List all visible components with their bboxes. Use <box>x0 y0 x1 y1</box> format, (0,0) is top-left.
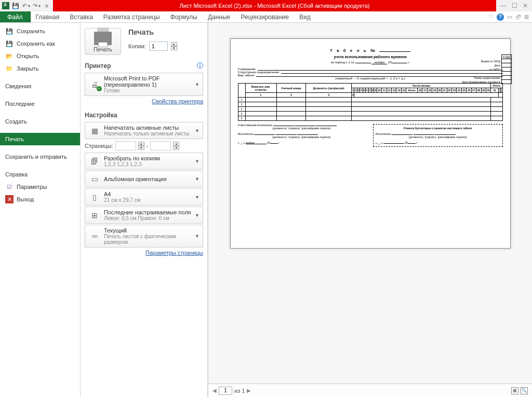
dropdown-title: Текущий <box>104 227 195 234</box>
info-icon[interactable]: i <box>197 62 203 69</box>
sidebar-label: Справка <box>5 171 28 177</box>
redo-icon[interactable]: ↷▾ <box>32 2 41 10</box>
dropdown-title: Последние настраиваемые поля <box>104 209 195 215</box>
orientation-dropdown[interactable]: ▭ Альбомная ориентация ▼ <box>85 171 203 187</box>
scale-icon: 100 <box>88 230 101 242</box>
sidebar-info[interactable]: Сведения <box>0 80 80 92</box>
pages-to-input[interactable] <box>150 141 171 150</box>
window-buttons: — ☐ ✕ <box>496 0 532 11</box>
ribbon-close-icon[interactable]: ⊠ <box>524 13 529 20</box>
pages-to-spinner[interactable]: ▲▼ <box>173 142 179 150</box>
collate-dropdown[interactable]: 🗐 Разобрать по копиям 1,2,3 1,2,3 1,2,3 … <box>85 153 203 170</box>
excel-icon <box>2 2 9 9</box>
printer-name: Microsoft Print to PDF (перенаправлено 1… <box>104 75 195 88</box>
sidebar-exit[interactable]: ✕Выход <box>0 193 80 206</box>
tab-home[interactable]: Главная <box>31 11 65 22</box>
copies-label: Копии: <box>128 43 146 49</box>
close-button[interactable]: ✕ <box>523 2 528 9</box>
exit-icon: ✕ <box>5 195 14 203</box>
printer-properties-link[interactable]: Свойства принтера <box>85 98 203 104</box>
print-settings-panel: Печать Печать Копии: ▲▼ Принтерi 🖨 Micro… <box>81 23 208 397</box>
sidebar-label: Выход <box>17 196 34 202</box>
window-title: Лист Microsoft Excel (2).xlsx - Microsof… <box>53 0 496 11</box>
quick-access-toolbar: 💾 ↶▾ ↷▾ ≡ <box>0 0 53 11</box>
print-title: Печать <box>128 28 177 36</box>
ribbon-expand-icon[interactable]: 🗗 <box>515 14 521 20</box>
page-setup-link[interactable]: Параметры страницы <box>85 250 203 256</box>
sheets-icon: ▦ <box>88 125 101 136</box>
ribbon-tabs: Файл Главная Вставка Разметка страницы Ф… <box>0 11 532 23</box>
options-icon: ☑ <box>5 183 14 191</box>
dropdown-title: Альбомная ориентация <box>104 176 195 182</box>
sidebar-label: Сохранить <box>17 28 45 34</box>
save-icon: 💾 <box>5 27 14 35</box>
sidebar-share[interactable]: Сохранить и отправить <box>0 150 80 163</box>
sidebar-open[interactable]: 📂Открыть <box>0 50 80 62</box>
margins-icon: ⊞ <box>88 210 101 221</box>
close-folder-icon: 📁 <box>5 64 14 73</box>
sidebar-help[interactable]: Справка <box>0 168 80 181</box>
doc-signatures: Ответственный исполнитель (должность) (п… <box>238 123 503 147</box>
show-margins-icon[interactable]: ▦ <box>511 387 518 394</box>
paper-icon: ▯ <box>88 191 101 203</box>
landscape-icon: ▭ <box>88 173 101 185</box>
print-what-dropdown[interactable]: ▦ Напечатать активные листы Напечатать т… <box>85 122 203 139</box>
sidebar-saveas[interactable]: 💾Сохранить как <box>0 37 80 50</box>
codes-table: КОДЫ Форма по ОКУД Дата по ОКПО Номер ко… <box>461 54 503 84</box>
print-button[interactable]: Печать <box>85 28 121 55</box>
chevron-down-icon: ▼ <box>195 82 200 87</box>
tab-insert[interactable]: Вставка <box>64 11 98 22</box>
saveas-icon: 💾 <box>5 39 14 48</box>
copies-input[interactable] <box>149 42 168 51</box>
print-preview: Т а б е л ь № учета использования рабоче… <box>208 23 532 397</box>
sidebar-print[interactable]: Печать <box>0 133 80 145</box>
chevron-down-icon: ▼ <box>195 234 200 239</box>
file-tab[interactable]: Файл <box>0 11 31 22</box>
minimize-button[interactable]: — <box>500 2 507 9</box>
ribbon-minimize-icon[interactable]: ▭ <box>507 13 512 20</box>
qat-menu-icon[interactable]: ≡ <box>43 2 51 10</box>
zoom-page-icon[interactable]: 🔍 <box>521 387 528 394</box>
tab-data[interactable]: Данные <box>203 11 235 22</box>
sidebar-recent[interactable]: Последние <box>0 98 80 110</box>
margins-dropdown[interactable]: ⊞ Последние настраиваемые поля Левое: 0,… <box>85 207 203 224</box>
copies-spinner[interactable]: ▲▼ <box>171 42 177 50</box>
tab-view[interactable]: Вид <box>294 11 316 22</box>
sidebar-new[interactable]: Создать <box>0 115 80 128</box>
sidebar-label: Печать <box>5 136 24 142</box>
chevron-down-icon: ▼ <box>195 159 200 164</box>
help-icon[interactable]: ? <box>497 13 504 21</box>
pages-from-spinner[interactable]: ▲▼ <box>138 142 144 150</box>
sidebar-save[interactable]: 💾Сохранить <box>0 25 80 37</box>
pages-dash: - <box>147 143 149 149</box>
sidebar-label: Сохранить и отправить <box>5 154 67 160</box>
dropdown-sub: 1,2,3 1,2,3 1,2,3 <box>104 161 195 167</box>
doc-title: Т а б е л ь № <box>238 48 503 53</box>
printer-section-title: Принтерi <box>85 62 203 70</box>
settings-section-title: Настройка <box>85 112 203 119</box>
save-icon[interactable]: 💾 <box>11 2 20 10</box>
tab-pagelayout[interactable]: Разметка страницы <box>98 11 165 22</box>
printer-dropdown[interactable]: 🖨 Microsoft Print to PDF (перенаправлено… <box>85 73 203 96</box>
pages-row: Страницы: ▲▼ - ▲▼ <box>85 141 203 150</box>
page-number-input[interactable] <box>219 387 232 395</box>
paper-dropdown[interactable]: ▯ A4 21 см x 29,7 см ▼ <box>85 188 203 206</box>
shape-icon[interactable]: ♡ <box>488 13 494 20</box>
pages-from-input[interactable] <box>115 141 136 150</box>
sidebar-label: Параметры <box>17 184 47 190</box>
help-icons: ♡ ? ▭ 🗗 ⊠ <box>488 11 532 22</box>
titlebar: 💾 ↶▾ ↷▾ ≡ Лист Microsoft Excel (2).xlsx … <box>0 0 532 11</box>
collate-icon: 🗐 <box>88 156 101 167</box>
next-page-button[interactable]: ▶ <box>247 388 251 393</box>
chevron-down-icon: ▼ <box>195 195 200 200</box>
sidebar-options[interactable]: ☑Параметры <box>0 181 80 193</box>
sidebar-close[interactable]: 📁Закрыть <box>0 62 80 75</box>
undo-icon[interactable]: ↶▾ <box>22 2 30 10</box>
tab-review[interactable]: Рецензирование <box>235 11 294 22</box>
open-icon: 📂 <box>5 52 14 60</box>
dropdown-title: A4 <box>104 191 195 197</box>
tab-formulas[interactable]: Формулы <box>165 11 203 22</box>
scale-dropdown[interactable]: 100 Текущий Печать листов с фактическим … <box>85 225 203 248</box>
maximize-button[interactable]: ☐ <box>512 2 517 9</box>
prev-page-button[interactable]: ◀ <box>212 388 217 393</box>
